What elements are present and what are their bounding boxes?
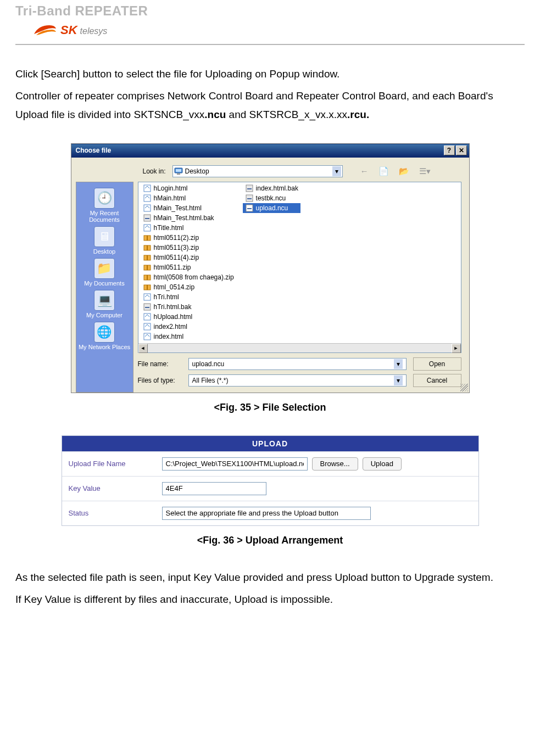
intro-ncu: .ncu — [204, 109, 226, 120]
nav-up-icon[interactable]: 📄 — [378, 166, 389, 176]
file-item[interactable]: hMain_Test.html.bak — [141, 213, 236, 223]
svg-rect-16 — [147, 265, 148, 270]
file-item[interactable]: html0511(2).zip — [141, 233, 236, 243]
place-my-documents[interactable]: 📁My Documents — [84, 258, 124, 287]
file-list[interactable]: hLogin.htmlhMain.htmlhMain_Test.htmlhMai… — [138, 182, 461, 353]
place-label: My Computer — [86, 312, 123, 318]
file-item[interactable]: hTitle.html — [141, 223, 236, 233]
file-name: index.html — [154, 333, 184, 340]
logo-sk-text: SK — [60, 23, 77, 37]
brand-logo: SK telesys — [33, 23, 525, 37]
file-item[interactable]: testbk.ncu — [243, 193, 300, 203]
filename-value: upload.ncu — [192, 360, 225, 368]
zip-file-icon — [143, 253, 152, 262]
key-value-label: Key Value — [62, 477, 155, 501]
zip-file-icon — [143, 273, 152, 282]
nav-views-icon[interactable]: ☰▾ — [419, 166, 431, 176]
filetype-combo[interactable]: All Files (*.*) ▾ — [188, 374, 407, 387]
html-file-icon — [143, 322, 152, 331]
file-name: hTitle.html — [154, 224, 184, 232]
zip-file-icon — [143, 283, 152, 292]
chevron-down-icon[interactable]: ▾ — [394, 359, 403, 369]
dialog-title: Choose file — [76, 147, 112, 154]
file-name: html_0514.zip — [154, 283, 195, 291]
file-name: index2.html — [154, 323, 187, 331]
intro-rcu: .rcu. — [347, 109, 369, 120]
resize-grip-icon[interactable] — [460, 384, 468, 391]
place-label: My Recent Documents — [76, 210, 133, 223]
nav-back-icon[interactable]: ← — [360, 166, 369, 176]
bak-file-icon — [245, 194, 254, 203]
bak-file-icon — [143, 303, 152, 311]
file-name: index.html.bak — [256, 184, 298, 192]
file-item[interactable]: index.html — [141, 332, 236, 341]
svg-rect-1 — [176, 169, 181, 172]
svg-rect-7 — [145, 218, 149, 219]
upload-button[interactable]: Upload — [363, 457, 402, 471]
file-item[interactable]: html0511(3).zip — [141, 243, 236, 253]
intro-paragraph-1: Click [Search] button to select the file… — [15, 65, 525, 83]
chevron-down-icon[interactable]: ▾ — [332, 166, 341, 176]
file-item[interactable]: html0511(4).zip — [141, 253, 236, 262]
filename-input[interactable]: upload.ncu ▾ — [188, 358, 407, 370]
place-icon: 🖥 — [94, 226, 115, 247]
html-file-icon — [143, 223, 152, 232]
file-item[interactable]: index2.html — [141, 322, 236, 332]
lookin-combo[interactable]: Desktop ▾ — [172, 165, 343, 177]
file-item[interactable]: hTri.html — [141, 292, 236, 302]
file-item[interactable]: hMain.html — [141, 193, 236, 203]
file-item[interactable]: upload.ncu — [243, 203, 300, 213]
file-item[interactable]: hMain_Test.html — [141, 203, 236, 213]
help-button[interactable]: ? — [444, 145, 455, 155]
file-name: html0511(3).zip — [154, 244, 199, 251]
bak-file-icon — [143, 214, 152, 222]
intro-paragraph-2: Controller of repeater comprises Network… — [15, 87, 525, 124]
filename-label: File name: — [138, 360, 182, 368]
places-bar: 🕘My Recent Documents🖥Desktop📁My Document… — [76, 182, 133, 393]
zip-file-icon — [143, 263, 152, 272]
svg-rect-14 — [147, 255, 148, 260]
filetype-value: All Files (*.*) — [192, 377, 229, 384]
file-item[interactable]: hLogin.html — [141, 183, 236, 193]
bak-file-icon — [245, 184, 254, 193]
file-name: hUpload.html — [154, 313, 193, 321]
file-item[interactable]: html_0514.zip — [141, 282, 236, 292]
html-file-icon — [143, 312, 152, 321]
file-name: hLogin.html — [154, 184, 188, 192]
file-item[interactable]: index.html.bak — [243, 183, 300, 193]
dialog-titlebar[interactable]: Choose file ? ✕ — [71, 144, 469, 158]
file-item[interactable]: html(0508 from chaega).zip — [141, 272, 236, 282]
scroll-left-icon[interactable]: ◄ — [138, 344, 148, 353]
browse-button[interactable]: Browse... — [312, 457, 358, 471]
place-my-recent-documents[interactable]: 🕘My Recent Documents — [76, 188, 133, 223]
place-desktop[interactable]: 🖥Desktop — [93, 226, 115, 255]
place-icon: 🕘 — [94, 188, 115, 209]
scroll-right-icon[interactable]: ► — [452, 344, 461, 353]
file-name: html0511.zip — [154, 264, 191, 271]
page-header-title: Tri-Band REPEATER — [15, 0, 525, 19]
file-item[interactable]: hUpload.html — [141, 312, 236, 322]
nav-newfolder-icon[interactable]: 📂 — [399, 166, 409, 176]
html-file-icon — [143, 194, 152, 203]
status-input[interactable] — [162, 507, 371, 520]
chevron-down-icon[interactable]: ▾ — [394, 376, 403, 385]
svg-rect-28 — [247, 188, 252, 189]
file-item[interactable]: hTri.html.bak — [141, 302, 236, 312]
open-button[interactable]: Open — [413, 357, 461, 371]
status-label: Status — [62, 501, 155, 525]
desktop-icon — [174, 167, 183, 176]
file-item[interactable]: html0511.zip — [141, 262, 236, 272]
key-value-input[interactable] — [162, 482, 266, 495]
place-my-network-places[interactable]: 🌐My Network Places — [79, 322, 130, 350]
svg-rect-20 — [147, 285, 148, 290]
horizontal-scrollbar[interactable]: ◄ ► — [138, 343, 461, 352]
bak-file-icon — [245, 204, 254, 212]
html-file-icon — [143, 184, 152, 193]
file-name: upload.ncu — [256, 204, 288, 212]
svg-rect-2 — [177, 173, 180, 175]
place-my-computer[interactable]: 💻My Computer — [86, 290, 123, 318]
upload-file-input[interactable] — [162, 457, 308, 471]
cancel-button[interactable]: Cancel — [413, 374, 461, 387]
header-divider — [15, 44, 525, 45]
close-button[interactable]: ✕ — [456, 145, 467, 155]
